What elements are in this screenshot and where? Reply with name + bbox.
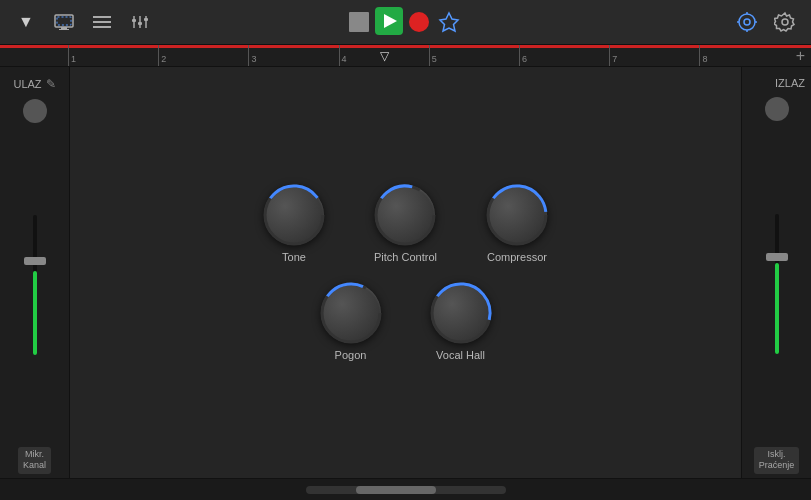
add-track-button[interactable]: +: [790, 48, 811, 64]
ruler-mark-7: 7: [609, 45, 699, 66]
left-fader-fill: [33, 271, 37, 355]
izlaz-label: IZLAZ: [742, 77, 811, 89]
monitor-icon: [54, 14, 74, 30]
list-icon: [93, 14, 111, 30]
dropdown-button[interactable]: ▼: [12, 8, 40, 36]
pitch-control-label: Pitch Control: [374, 251, 437, 263]
play-button[interactable]: [375, 7, 403, 38]
svg-point-16: [739, 14, 755, 30]
svg-rect-6: [93, 26, 111, 28]
pogon-knob[interactable]: [321, 283, 381, 343]
right-fader-handle[interactable]: [766, 253, 788, 261]
mixer-button[interactable]: [126, 8, 154, 36]
compressor-knob-container: Compressor: [487, 185, 547, 263]
tune-icon: [736, 11, 758, 33]
vocal-hall-arc: [427, 279, 495, 347]
ruler-mark-5: 5: [429, 45, 519, 66]
svg-point-17: [744, 19, 750, 25]
left-knob[interactable]: [23, 99, 47, 123]
compressor-arc: [483, 181, 551, 249]
compressor-label: Compressor: [487, 251, 547, 263]
list-button[interactable]: [88, 8, 116, 36]
left-fader-handle[interactable]: [24, 257, 46, 265]
ruler: 1 2 3 4 ▽ 5 6 7 8 +: [0, 45, 811, 67]
ruler-mark-2: 2: [158, 45, 248, 66]
toolbar-right: [733, 8, 799, 36]
left-panel: ULAZ ✎ Mikr. Kanal: [0, 67, 70, 478]
svg-rect-2: [59, 29, 69, 30]
tone-label: Tone: [282, 251, 306, 263]
left-fader-container: [15, 123, 55, 447]
monitor-button[interactable]: [50, 8, 78, 36]
compressor-knob[interactable]: [487, 185, 547, 245]
svg-point-32: [427, 279, 495, 347]
pogon-arc: [317, 279, 385, 347]
pogon-label: Pogon: [335, 349, 367, 361]
tone-arc: [260, 181, 328, 249]
left-channel-button[interactable]: Mikr. Kanal: [18, 447, 51, 474]
transport-controls: [349, 7, 463, 38]
svg-point-28: [483, 181, 551, 249]
playhead-marker: ▽: [380, 49, 389, 63]
ulaz-label-container: ULAZ ✎: [13, 77, 55, 91]
stop-button[interactable]: [349, 12, 369, 32]
main-area: ULAZ ✎ Mikr. Kanal: [0, 67, 811, 478]
svg-point-24: [260, 181, 328, 249]
record-button[interactable]: [409, 12, 429, 32]
ulaz-label: ULAZ: [13, 78, 41, 90]
ruler-mark-3: 3: [248, 45, 338, 66]
svg-point-26: [371, 181, 439, 249]
settings-icon: [774, 11, 796, 33]
right-fader-track: [775, 214, 779, 354]
right-channel-button[interactable]: Isklj. Praćenje: [754, 447, 800, 474]
ruler-mark-8: 8: [699, 45, 789, 66]
edit-icon: ✎: [46, 77, 56, 91]
right-panel: IZLAZ Isklj. Praćenje: [741, 67, 811, 478]
tone-knob-container: Tone: [264, 185, 324, 263]
ruler-mark-1: 1: [68, 45, 158, 66]
svg-rect-4: [93, 16, 111, 18]
scroll-thumb[interactable]: [356, 486, 436, 494]
ruler-marks-container: 1 2 3 4 ▽ 5 6 7 8: [68, 45, 790, 66]
svg-point-30: [317, 279, 385, 347]
svg-rect-11: [138, 22, 142, 25]
ruler-mark-6: 6: [519, 45, 609, 66]
smart-icon: [438, 11, 460, 33]
right-fader-container: [757, 121, 797, 447]
pitch-control-knob[interactable]: [375, 185, 435, 245]
svg-marker-15: [440, 13, 458, 31]
tune-button[interactable]: [733, 8, 761, 36]
tone-knob[interactable]: [264, 185, 324, 245]
svg-rect-1: [61, 27, 67, 29]
left-fader-track: [33, 215, 37, 355]
svg-rect-3: [57, 17, 71, 25]
svg-rect-10: [132, 19, 136, 22]
top-bar: ▼: [0, 0, 811, 45]
right-knob[interactable]: [765, 97, 789, 121]
toolbar-left: ▼: [12, 8, 154, 36]
settings-button[interactable]: [771, 8, 799, 36]
pitch-control-knob-container: Pitch Control: [374, 185, 437, 263]
ruler-mark-4: 4 ▽: [339, 45, 429, 66]
smart-button[interactable]: [435, 8, 463, 36]
scroll-track[interactable]: [306, 486, 506, 494]
vocal-hall-label: Vocal Hall: [436, 349, 485, 361]
right-fader-fill: [775, 263, 779, 354]
svg-point-22: [782, 19, 788, 25]
pogon-knob-container: Pogon: [321, 283, 381, 361]
center-panel: Tone Pitch Control: [70, 67, 741, 478]
knob-row-1: Tone Pitch Control: [264, 185, 547, 263]
pitch-control-arc: [371, 181, 439, 249]
vocal-hall-knob[interactable]: [431, 283, 491, 343]
bottom-bar: [0, 478, 811, 500]
mixer-icon: [131, 14, 149, 30]
svg-rect-5: [93, 21, 111, 23]
knob-row-2: Pogon Vocal Hall: [321, 283, 491, 361]
svg-rect-12: [144, 18, 148, 21]
vocal-hall-knob-container: Vocal Hall: [431, 283, 491, 361]
